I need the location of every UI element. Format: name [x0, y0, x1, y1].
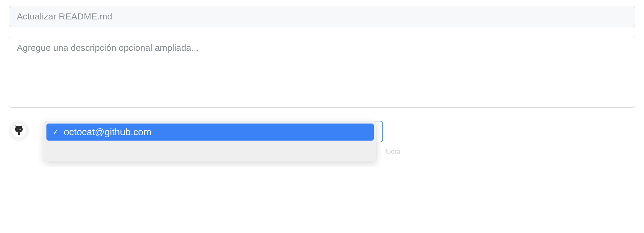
background-faint-text: fuera: [385, 148, 400, 156]
commit-description-textarea[interactable]: [9, 36, 635, 108]
commit-summary-input[interactable]: [9, 6, 635, 27]
author-email-label: octocat@github.com: [64, 127, 151, 138]
svg-point-4: [20, 129, 20, 130]
avatar: [9, 121, 29, 141]
svg-point-3: [17, 129, 18, 130]
author-email-dropdown: ✓ octocat@github.com: [44, 121, 376, 161]
author-email-option[interactable]: ✓ octocat@github.com: [46, 124, 374, 141]
commit-author-row: ✓ octocat@github.com fuera: [9, 121, 635, 161]
octocat-icon: [12, 124, 26, 138]
dropdown-empty-area: [46, 141, 374, 159]
check-icon: ✓: [52, 127, 59, 137]
